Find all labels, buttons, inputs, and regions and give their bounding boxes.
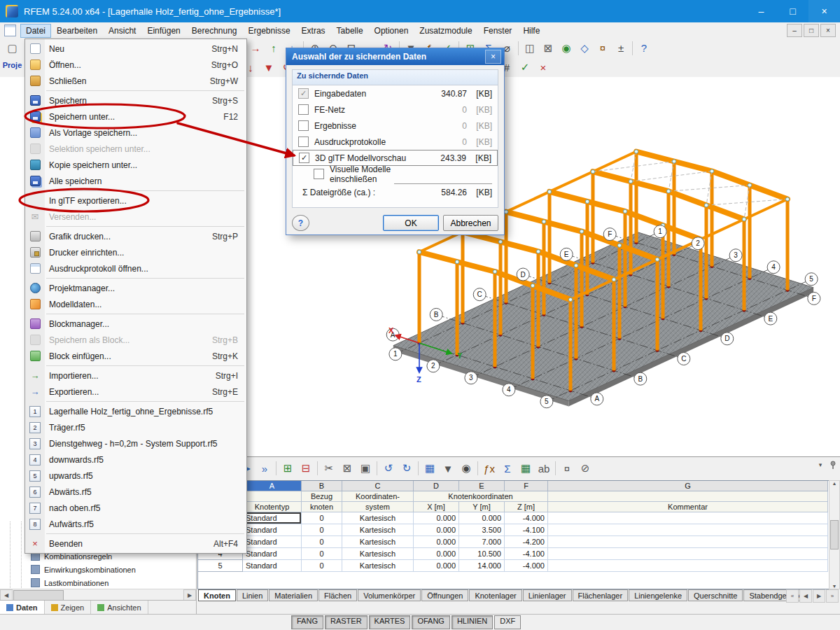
sum-icon[interactable]: Σ <box>498 460 517 477</box>
snap-toggle-ofang[interactable]: OFANG <box>412 615 450 629</box>
check-model-icon[interactable]: ✓ <box>516 59 534 76</box>
redo-icon[interactable]: ↻ <box>398 460 416 477</box>
table-cell[interactable]: -4.100 <box>505 548 548 560</box>
menu-item-downwards-rf5[interactable]: 4downwards.rf5 <box>25 451 246 468</box>
menu-item-block-einfuegen[interactable]: Block einfügen...Strg+K <box>25 348 246 364</box>
table-cell[interactable] <box>548 560 828 572</box>
menu-optionen[interactable]: Optionen <box>369 24 414 38</box>
table-tab-knotenlager[interactable]: Knotenlager <box>469 589 522 601</box>
row-number[interactable]: 5 <box>198 560 243 572</box>
prev-tab-icon[interactable]: ◀ <box>799 589 812 603</box>
help-icon[interactable]: ? <box>635 40 653 57</box>
table-tab-liniengelenke[interactable]: Liniengelenke <box>629 589 687 601</box>
table-tab-linienlager[interactable]: Linienlager <box>523 589 572 601</box>
menu-item-schliessen[interactable]: SchließenStrg+W <box>25 73 246 89</box>
menu-item-speichern-unter[interactable]: Speichern unter...F12 <box>25 108 246 125</box>
table-cell[interactable]: 0 <box>302 524 342 536</box>
scroll-up-icon[interactable]: ▲ <box>832 481 837 486</box>
menu-extras[interactable]: Extras <box>296 24 331 38</box>
checkbox-ergebnisse[interactable] <box>298 120 309 131</box>
tree-item-einwirkungskombinationen[interactable]: Einwirkungskombinationen <box>0 563 196 576</box>
menu-hilfe[interactable]: Hilfe <box>517 24 545 38</box>
menu-item-exportieren[interactable]: →Exportieren...Strg+E <box>25 384 246 400</box>
menu-item-beenden[interactable]: ×BeendenAlt+F4 <box>25 536 246 552</box>
menu-item-aufwaerts-rf5[interactable]: 8Aufwärts.rf5 <box>25 516 246 532</box>
function-fx-icon[interactable]: ƒx <box>480 460 498 477</box>
insert-row-icon[interactable]: ⊞ <box>279 460 297 477</box>
table-tab-volumenkoerper[interactable]: Volumenkörper <box>358 589 421 601</box>
table-tab-flaechen[interactable]: Flächen <box>318 589 357 601</box>
scroll-thumb[interactable] <box>13 590 64 601</box>
table-cell[interactable]: -4.200 <box>505 536 548 548</box>
view-in-x-icon[interactable]: → <box>246 40 265 57</box>
spell-check-icon[interactable]: ab <box>535 460 553 477</box>
table-cell[interactable]: Kartesisch <box>342 548 414 560</box>
table-tab-materialien[interactable]: Materialien <box>269 589 318 601</box>
find-icon[interactable]: ◉ <box>457 460 475 477</box>
menu-item-projektmanager[interactable]: Projektmanager... <box>25 280 246 296</box>
last-tab-icon[interactable]: » <box>826 589 839 603</box>
lock-table-icon[interactable]: ⊘ <box>576 460 594 477</box>
menu-item-kopie-speichern-unter[interactable]: Kopie speichern unter... <box>25 157 246 173</box>
menu-tabelle[interactable]: Tabelle <box>331 24 369 38</box>
table-cell[interactable]: 10.500 <box>459 548 505 560</box>
checkbox-3d-gltf-modellvorschau[interactable]: ✓ <box>299 153 309 163</box>
table-cell[interactable]: 0.000 <box>414 512 459 524</box>
snap-toggle-kartes[interactable]: KARTES <box>369 615 411 629</box>
navigator-hscrollbar[interactable]: ◀ ▶ <box>0 589 196 601</box>
table-tab-querschnitte[interactable]: Querschnitte <box>688 589 743 601</box>
table-tab-flaechenlager[interactable]: Flächenlager <box>573 589 629 601</box>
table-cell[interactable]: Standard <box>243 560 302 572</box>
table-cell[interactable] <box>548 512 828 524</box>
delete-row-icon[interactable]: ⊟ <box>297 460 315 477</box>
menu-item-speichern[interactable]: SpeichernStrg+S <box>25 92 246 108</box>
ok-button[interactable]: OK <box>383 215 439 231</box>
menu-item-blockmanager[interactable]: Blockmanager... <box>25 316 246 332</box>
table-cell[interactable]: 0.000 <box>414 560 459 572</box>
snap-toggle-dxf[interactable]: DXF <box>494 615 521 629</box>
menu-datei[interactable]: Datei <box>20 24 51 38</box>
table-cell[interactable]: Standard <box>243 536 302 548</box>
window-minimize-button[interactable]: – <box>746 0 777 22</box>
menu-berechnung[interactable]: Berechnung <box>186 24 243 38</box>
column-letter-E[interactable]: E <box>459 481 505 491</box>
table-vscrollbar[interactable]: ▲ ▼ <box>829 480 840 589</box>
menu-item-modelldaten[interactable]: Modelldaten... <box>25 296 246 312</box>
menu-einfuegen[interactable]: Einfügen <box>141 24 186 38</box>
table-cell[interactable]: 0.000 <box>414 536 459 548</box>
table-cell[interactable]: 0.000 <box>414 548 459 560</box>
menu-ansicht[interactable]: Ansicht <box>103 24 141 38</box>
scroll-thumb[interactable] <box>830 520 839 550</box>
column-letter-C[interactable]: C <box>342 481 414 491</box>
copy-icon[interactable]: ⊠ <box>338 460 356 477</box>
menu-item-alle-speichern[interactable]: Alle speichern <box>25 173 246 189</box>
snap-toggle-hlinien[interactable]: HLINIEN <box>451 615 493 629</box>
help-button[interactable]: ? <box>292 215 309 231</box>
clip-plane-icon[interactable]: ◇ <box>575 40 594 57</box>
tree-item-lastkombinationen[interactable]: Lastkombinationen <box>0 576 196 589</box>
menu-item-oeffnen[interactable]: Öffnen...Strg+O <box>25 57 246 73</box>
menu-item-lagerhalle-holz-fertig-ohne-ergebnisse-rf5[interactable]: 1Lagerhalle Holz_fertig_ohne_Ergebnisse.… <box>25 403 246 419</box>
visibility-modes-icon[interactable]: ◉ <box>557 40 575 57</box>
table-cell[interactable]: Kartesisch <box>342 536 414 548</box>
paste-icon[interactable]: ▣ <box>356 460 374 477</box>
units-settings-icon[interactable]: ± <box>612 40 630 57</box>
menu-item-ausdruckprotokoll-oeffnen[interactable]: Ausdruckprotokoll öffnen... <box>25 260 246 276</box>
table-cell[interactable] <box>548 548 828 560</box>
new-window-icon[interactable]: ◫ <box>521 40 539 57</box>
window-maximize-button[interactable]: □ <box>777 0 808 22</box>
menu-item-abwaerts-rf5[interactable]: 6Abwärts.rf5 <box>25 484 246 500</box>
menu-item-als-vorlage-speichern[interactable]: Als Vorlage speichern... <box>25 125 246 141</box>
table-cell[interactable]: 0.000 <box>459 512 505 524</box>
scroll-left-icon[interactable]: ◀ <box>0 589 13 601</box>
navigator-tab-daten[interactable]: Daten <box>0 601 45 615</box>
menu-bearbeiten[interactable]: Bearbeiten <box>51 24 103 38</box>
table-tab-oeffnungen[interactable]: Öffnungen <box>421 589 468 601</box>
delete-icon[interactable]: × <box>534 59 552 76</box>
scroll-right-icon[interactable]: ▶ <box>183 589 196 601</box>
clipboard-icon[interactable]: ⊠ <box>539 40 557 57</box>
column-letter-A[interactable]: A <box>243 481 302 491</box>
undo-icon[interactable]: ↺ <box>379 460 398 477</box>
cancel-button[interactable]: Abbrechen <box>443 215 498 231</box>
pin-icon[interactable] <box>829 461 837 469</box>
